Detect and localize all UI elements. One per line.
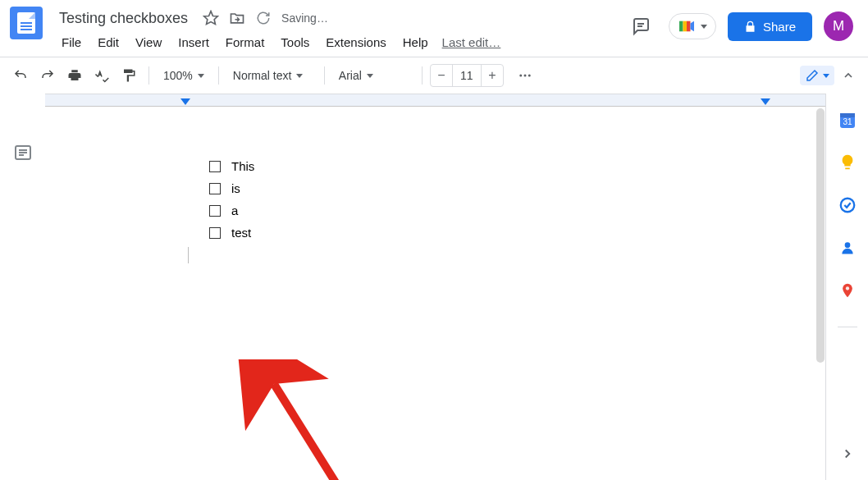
menu-help[interactable]: Help	[395, 32, 436, 53]
more-toolbar-button[interactable]	[513, 63, 537, 88]
svg-point-21	[845, 286, 848, 290]
paragraph-style-value: Normal text	[233, 69, 292, 82]
meet-button[interactable]	[669, 13, 716, 39]
calendar-icon[interactable]: 31	[838, 110, 857, 130]
svg-text:31: 31	[843, 117, 852, 126]
font-size-control: − 11 +	[430, 64, 504, 87]
checklist-text[interactable]: is	[231, 177, 240, 199]
print-button[interactable]	[62, 63, 87, 88]
svg-rect-4	[683, 21, 687, 32]
document-area[interactable]: This is a test	[45, 94, 825, 480]
checklist-item[interactable]: This	[209, 155, 686, 177]
indent-end-marker[interactable]	[761, 98, 770, 105]
text-cursor	[188, 247, 189, 263]
toolbar: 100% Normal text Arial − 11 +	[0, 57, 868, 94]
menu-view[interactable]: View	[128, 32, 169, 53]
document-outline-icon[interactable]	[11, 141, 34, 164]
svg-point-20	[844, 242, 850, 248]
checklist-item[interactable]: is	[209, 177, 686, 199]
cloud-sync-icon	[255, 10, 272, 26]
spellcheck-button[interactable]	[89, 63, 114, 88]
editing-mode-dropdown[interactable]	[800, 66, 834, 85]
undo-button[interactable]	[8, 63, 33, 88]
docs-app-icon[interactable]	[10, 7, 43, 39]
chevron-down-icon	[198, 74, 204, 78]
tasks-icon[interactable]	[838, 195, 857, 215]
checklist-text[interactable]: a	[231, 199, 238, 222]
indent-start-marker[interactable]	[180, 98, 190, 105]
svg-marker-0	[204, 11, 218, 25]
menu-tools[interactable]: Tools	[273, 32, 317, 53]
maps-icon[interactable]	[838, 281, 857, 300]
font-size-value[interactable]: 11	[452, 65, 482, 86]
paint-format-button[interactable]	[116, 63, 141, 88]
contacts-icon[interactable]	[838, 238, 857, 258]
font-size-increase[interactable]: +	[482, 65, 503, 86]
saving-status: Saving…	[281, 11, 328, 25]
chevron-down-icon	[823, 74, 829, 78]
keep-icon[interactable]	[838, 153, 857, 172]
redo-button[interactable]	[35, 63, 60, 88]
font-size-decrease[interactable]: −	[431, 65, 452, 86]
checkbox-icon[interactable]	[209, 161, 221, 172]
document-title[interactable]: Testing checkboxes	[54, 8, 193, 29]
share-button[interactable]: Share	[728, 12, 812, 41]
side-panel: 31	[825, 94, 868, 480]
checkbox-icon[interactable]	[209, 205, 221, 217]
checkbox-icon[interactable]	[209, 227, 221, 239]
font-family-dropdown[interactable]: Arial	[332, 63, 414, 88]
svg-point-9	[528, 75, 531, 77]
checklist-text[interactable]: This	[231, 155, 254, 177]
collapse-toolbar-button[interactable]	[837, 64, 860, 87]
menu-extensions[interactable]: Extensions	[318, 32, 393, 53]
checklist-text[interactable]: test	[231, 222, 251, 244]
svg-marker-6	[690, 21, 694, 32]
checkbox-icon[interactable]	[209, 183, 221, 194]
menu-format[interactable]: Format	[218, 32, 272, 53]
chevron-down-icon	[701, 25, 707, 29]
paragraph-style-dropdown[interactable]: Normal text	[226, 63, 317, 88]
checklist-item[interactable]: a	[209, 199, 686, 222]
font-family-value: Arial	[339, 69, 362, 82]
menu-file[interactable]: File	[54, 32, 89, 53]
svg-point-7	[519, 75, 522, 77]
ruler[interactable]	[45, 94, 825, 107]
menu-bar: File Edit View Insert Format Tools Exten…	[54, 32, 624, 53]
svg-rect-5	[687, 21, 691, 32]
svg-point-8	[523, 75, 526, 77]
svg-rect-3	[679, 21, 683, 32]
chevron-down-icon	[296, 74, 303, 78]
checklist-item[interactable]: test	[209, 222, 686, 244]
account-avatar[interactable]: M	[824, 11, 853, 41]
vertical-scrollbar[interactable]	[816, 108, 825, 363]
document-page[interactable]: This is a test	[45, 126, 825, 480]
zoom-dropdown[interactable]: 100%	[157, 63, 211, 88]
show-side-panel-button[interactable]	[838, 444, 857, 464]
star-icon[interactable]	[203, 10, 219, 26]
share-button-label: Share	[763, 20, 796, 34]
move-icon[interactable]	[229, 10, 245, 26]
last-edit-link[interactable]: Last edit…	[442, 35, 501, 49]
zoom-value: 100%	[163, 69, 193, 82]
comments-history-icon[interactable]	[624, 10, 657, 43]
chevron-down-icon	[367, 74, 373, 78]
menu-insert[interactable]: Insert	[171, 32, 217, 53]
menu-edit[interactable]: Edit	[90, 32, 126, 53]
